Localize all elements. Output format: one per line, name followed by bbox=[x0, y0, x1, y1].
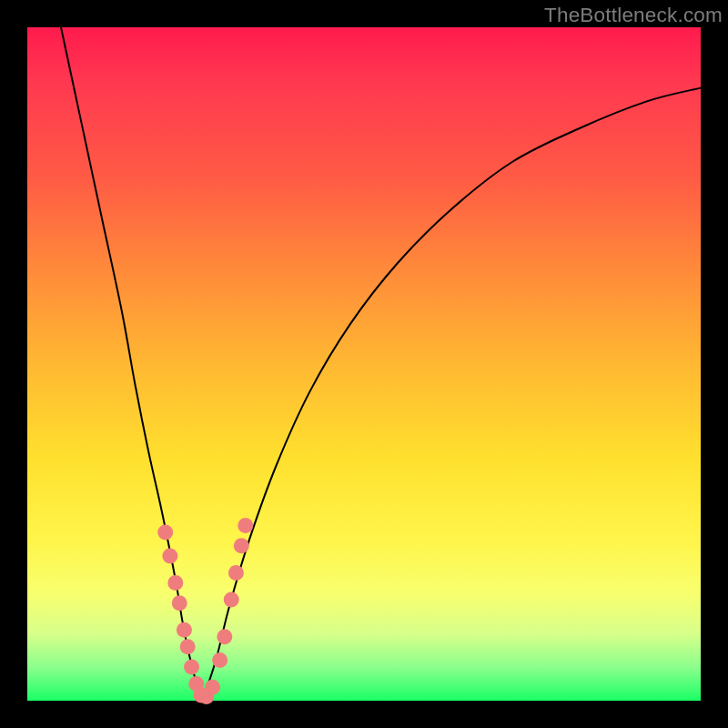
marker-dot bbox=[180, 639, 196, 654]
marker-dot bbox=[217, 629, 232, 644]
marker-dot bbox=[205, 680, 220, 695]
chart-frame: TheBottleneck.com bbox=[0, 0, 728, 728]
marker-dot bbox=[224, 592, 239, 608]
marker-dot bbox=[238, 518, 253, 533]
marker-dot bbox=[212, 652, 228, 668]
curve-right-branch bbox=[202, 88, 701, 701]
marker-group bbox=[157, 518, 253, 704]
chart-svg bbox=[27, 27, 701, 701]
marker-dot bbox=[167, 575, 183, 591]
curve-group bbox=[61, 27, 701, 701]
marker-dot bbox=[157, 525, 173, 541]
watermark-text: TheBottleneck.com bbox=[544, 4, 723, 27]
marker-dot bbox=[162, 548, 177, 563]
marker-dot bbox=[228, 565, 244, 581]
chart-plot-area bbox=[27, 27, 701, 701]
marker-dot bbox=[184, 660, 199, 675]
marker-dot bbox=[177, 622, 192, 638]
marker-dot bbox=[172, 595, 187, 611]
marker-dot bbox=[234, 538, 249, 553]
